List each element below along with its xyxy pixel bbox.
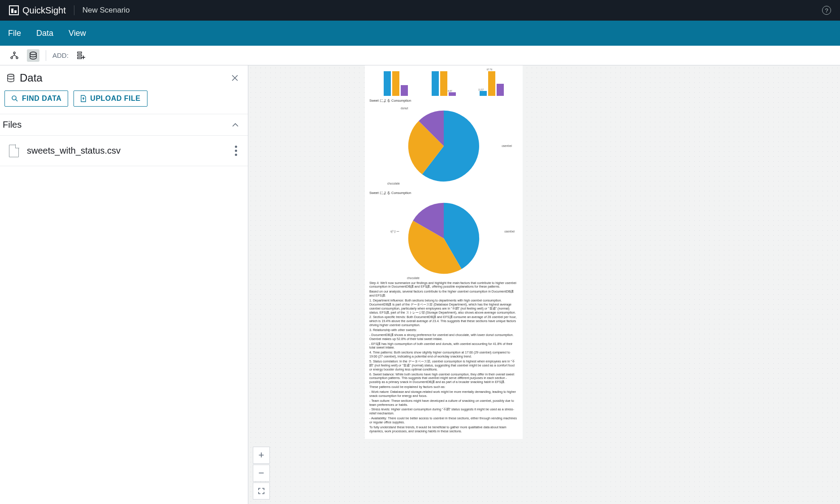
zoom-controls: + − — [253, 447, 270, 500]
svg-point-7 — [8, 74, 14, 77]
pie-1-label-osenbei: osenbei — [502, 144, 512, 148]
sidebar-title: Data — [20, 72, 231, 84]
menu-bar: File Data View — [0, 21, 840, 46]
bar — [480, 91, 487, 96]
data-view-button[interactable] — [27, 49, 39, 62]
tree-view-button[interactable] — [8, 49, 21, 62]
files-section-title: Files — [3, 120, 232, 130]
menu-data[interactable]: Data — [36, 29, 53, 38]
bar — [449, 92, 456, 96]
pie-chart-1-section: Sweet による Consumption osenbei chocolate … — [368, 99, 519, 188]
svg-rect-5 — [78, 55, 82, 56]
database-icon — [6, 73, 15, 82]
svg-point-0 — [13, 52, 15, 54]
bar — [497, 84, 504, 96]
analysis-p: To fully understand these trends, it wou… — [369, 426, 518, 434]
analysis-p: - Stress levels: Higher osenbei consumpt… — [369, 408, 518, 416]
bar — [432, 71, 439, 96]
main-area: Data FIND DATA UPLOAD FILE Files sweets_… — [0, 65, 840, 504]
pie-1-label-chocolate: chocolate — [387, 182, 400, 185]
pie-2-wrap: osenbei ゼリー chocolate — [368, 196, 519, 280]
brand-name: QuickSight — [22, 5, 66, 16]
bar-group-1 — [375, 71, 417, 96]
bar — [384, 71, 391, 96]
analysis-document[interactable]: 8.87 11.57 67.76 — [365, 65, 523, 439]
bar — [392, 71, 399, 96]
pie-1-wrap: osenbei chocolate donut — [368, 104, 519, 188]
fullscreen-button[interactable] — [253, 482, 270, 500]
file-icon — [9, 145, 19, 157]
analysis-p: - DocumentDB課 shows a strong preference … — [369, 333, 518, 341]
upload-file-button[interactable]: UPLOAD FILE — [74, 90, 147, 107]
file-more-button[interactable] — [233, 144, 239, 158]
bar-wrap: 67.76 — [488, 71, 495, 96]
toolbar-divider — [46, 50, 46, 61]
svg-rect-6 — [78, 57, 82, 59]
bar — [488, 71, 495, 96]
analysis-p: 1. Department influence: Both sections b… — [369, 299, 518, 314]
analysis-p: 5. Status correlation: In the データベース部, o… — [369, 360, 518, 372]
upload-file-label: UPLOAD FILE — [90, 95, 140, 103]
analysis-p: - Work nature: Database and storage-rela… — [369, 390, 518, 398]
svg-point-2 — [16, 57, 18, 59]
pie-2-label-osenbei: osenbei — [504, 230, 515, 233]
bar-charts-row: 8.87 11.57 67.76 — [368, 68, 519, 96]
pie-2-label-jelly: ゼリー — [390, 230, 399, 233]
file-upload-icon — [80, 95, 87, 102]
zoom-in-button[interactable]: + — [253, 447, 270, 464]
app-header: QuickSight New Scenario ? — [0, 0, 840, 21]
chevron-up-icon — [232, 123, 239, 127]
pie-1-label-donut: donut — [401, 107, 408, 110]
analysis-text: Step 4: We'll now summarize our findings… — [368, 280, 519, 435]
svg-rect-4 — [78, 52, 82, 53]
add-label: ADD: — [52, 52, 69, 59]
file-row[interactable]: sweets_with_status.csv — [0, 136, 248, 166]
analysis-p: 2. Section-specific trends: Both Documen… — [369, 315, 518, 327]
data-sidebar: Data FIND DATA UPLOAD FILE Files sweets_… — [0, 65, 248, 504]
sidebar-header: Data — [0, 65, 248, 89]
bar-group-2: 8.87 — [423, 71, 465, 96]
pie-1-title: Sweet による Consumption — [369, 99, 519, 103]
analysis-p: 6. Sweet balance: While both sections ha… — [369, 373, 518, 385]
menu-file[interactable]: File — [8, 29, 21, 38]
bar — [440, 71, 447, 96]
scenario-name: New Scenario — [82, 6, 130, 15]
svg-point-3 — [30, 52, 36, 55]
sidebar-actions: FIND DATA UPLOAD FILE — [0, 89, 248, 114]
bar — [401, 85, 408, 96]
find-data-label: FIND DATA — [22, 95, 61, 103]
analysis-p: Based on our analysis, several factors c… — [369, 290, 518, 298]
analysis-p: Step 4: We'll now summarize our findings… — [369, 281, 518, 289]
zoom-out-button[interactable]: − — [253, 465, 270, 482]
pie-chart-2-section: Sweet による Consumption osenbei ゼリー chocol… — [368, 191, 519, 280]
pie-chart-1 — [404, 107, 483, 185]
close-sidebar-button[interactable] — [231, 74, 239, 82]
svg-point-8 — [12, 96, 16, 100]
add-block-button[interactable] — [75, 49, 87, 62]
header-divider — [74, 5, 74, 15]
bar-group-3: 11.57 67.76 — [470, 71, 513, 96]
help-icon[interactable]: ? — [822, 6, 831, 15]
toolbar: ADD: — [0, 46, 840, 65]
analysis-p: These patterns could be explained by fac… — [369, 385, 518, 389]
bar-value-label: 11.57 — [478, 88, 484, 91]
svg-point-1 — [11, 57, 13, 59]
quicksight-logo-icon — [9, 5, 19, 15]
bar-wrap: 8.87 — [449, 92, 456, 96]
analysis-p: 3. Relationship with other sweets: — [369, 328, 518, 332]
analysis-p: 4. Time patterns: Both sections show sli… — [369, 351, 518, 359]
analysis-p: - Team culture: These sections might hav… — [369, 399, 518, 407]
pie-2-label-chocolate: chocolate — [407, 276, 420, 280]
file-name: sweets_with_status.csv — [27, 146, 233, 156]
analysis-p: - EFS課 has high consumption of both osen… — [369, 342, 518, 350]
analysis-p: - Availability: There could be better ac… — [369, 417, 518, 425]
bar-value-label: 67.76 — [487, 68, 493, 71]
bar-wrap: 11.57 — [480, 91, 487, 96]
pie-chart-2 — [404, 199, 483, 278]
scenario-canvas[interactable]: 8.87 11.57 67.76 — [248, 65, 840, 504]
pie-2-title: Sweet による Consumption — [369, 191, 519, 195]
find-data-button[interactable]: FIND DATA — [4, 90, 68, 107]
files-section-header[interactable]: Files — [0, 114, 248, 136]
menu-view[interactable]: View — [69, 29, 86, 38]
bar-value-label: 8.87 — [448, 90, 452, 93]
